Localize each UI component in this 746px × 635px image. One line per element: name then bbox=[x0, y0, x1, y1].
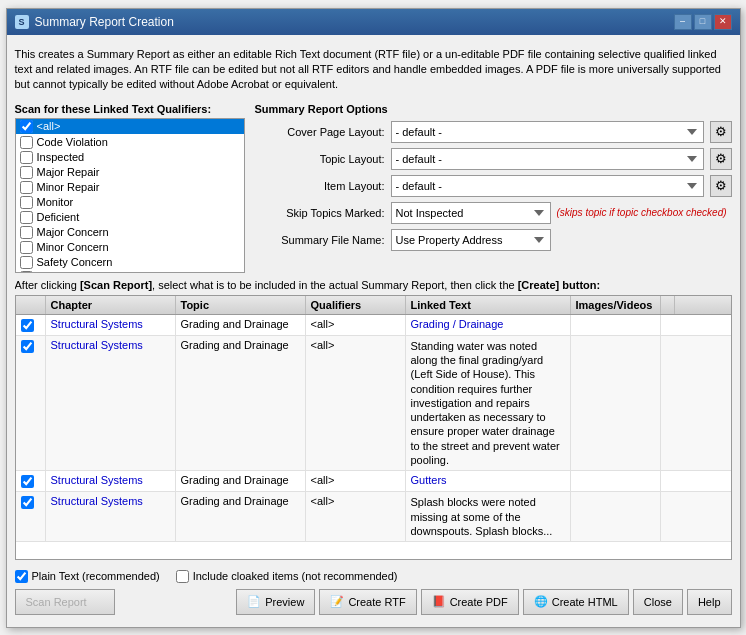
row-images bbox=[571, 492, 661, 541]
row-qualifiers: <all> bbox=[306, 492, 406, 541]
summary-file-name-row: Summary File Name: Use Property Address bbox=[255, 229, 732, 251]
list-item[interactable]: Minor Repair bbox=[18, 180, 242, 195]
list-item[interactable]: Major Repair bbox=[18, 165, 242, 180]
plain-text-label: Plain Text (recommended) bbox=[32, 570, 160, 582]
window-close-button[interactable]: ✕ bbox=[714, 14, 732, 30]
table-body[interactable]: Structural Systems Grading and Drainage … bbox=[16, 315, 731, 559]
create-html-button[interactable]: 🌐 Create HTML bbox=[523, 589, 629, 615]
qualifier-checkbox[interactable] bbox=[20, 211, 33, 224]
cover-page-label: Cover Page Layout: bbox=[255, 126, 385, 138]
main-window: S Summary Report Creation – □ ✕ This cre… bbox=[6, 8, 741, 628]
qualifier-checkbox[interactable] bbox=[20, 271, 33, 273]
maximize-button[interactable]: □ bbox=[694, 14, 712, 30]
qualifier-checkbox[interactable] bbox=[20, 136, 33, 149]
list-item[interactable]: Major Concern bbox=[18, 225, 242, 240]
include-cloaked-option[interactable]: Include cloaked items (not recommended) bbox=[176, 570, 398, 583]
row-chapter: Structural Systems bbox=[46, 471, 176, 491]
row-checkbox[interactable] bbox=[21, 475, 34, 488]
bottom-buttons: Scan Report 📄 Preview 📝 Create RTF 📕 Cre… bbox=[15, 589, 732, 615]
preview-icon: 📄 bbox=[247, 595, 261, 608]
row-checkbox-cell[interactable] bbox=[16, 315, 46, 335]
col-header-chapter: Chapter bbox=[46, 296, 176, 314]
cover-page-gear-button[interactable]: ⚙ bbox=[710, 121, 732, 143]
include-cloaked-label: Include cloaked items (not recommended) bbox=[193, 570, 398, 582]
list-item[interactable]: Minor Concern bbox=[18, 240, 242, 255]
create-rtf-button[interactable]: 📝 Create RTF bbox=[319, 589, 416, 615]
preview-button[interactable]: 📄 Preview bbox=[236, 589, 315, 615]
table-instruction: After clicking [Scan Report], select wha… bbox=[15, 279, 732, 291]
row-linked-text: Splash blocks were noted missing at some… bbox=[406, 492, 571, 541]
topic-layout-select[interactable]: - default - bbox=[391, 148, 704, 170]
include-cloaked-checkbox[interactable] bbox=[176, 570, 189, 583]
row-topic: Grading and Drainage bbox=[176, 471, 306, 491]
list-item[interactable]: Inspected bbox=[18, 150, 242, 165]
qualifier-checkbox[interactable] bbox=[20, 226, 33, 239]
row-checkbox[interactable] bbox=[21, 340, 34, 353]
qualifier-label: Code Violation bbox=[37, 136, 108, 148]
qualifier-all-checkbox[interactable] bbox=[20, 120, 33, 133]
col-header-scroll bbox=[661, 296, 675, 314]
row-images bbox=[571, 315, 661, 335]
qualifier-label: Inspected bbox=[37, 151, 85, 163]
help-button[interactable]: Help bbox=[687, 589, 732, 615]
create-pdf-button[interactable]: 📕 Create PDF bbox=[421, 589, 519, 615]
row-qualifiers: <all> bbox=[306, 315, 406, 335]
qualifier-label: Major Repair bbox=[37, 166, 100, 178]
qualifier-label: Deficient bbox=[37, 211, 80, 223]
close-button[interactable]: Close bbox=[633, 589, 683, 615]
qualifiers-list[interactable]: <all> Code Violation Inspected Major Rep… bbox=[15, 118, 245, 273]
plain-text-checkbox[interactable] bbox=[15, 570, 28, 583]
window-icon: S bbox=[15, 15, 29, 29]
item-layout-row: Item Layout: - default - ⚙ bbox=[255, 175, 732, 197]
table-row: Structural Systems Grading and Drainage … bbox=[16, 492, 731, 542]
row-checkbox[interactable] bbox=[21, 496, 34, 509]
list-item[interactable]: Deficient bbox=[18, 210, 242, 225]
cover-page-select[interactable]: - default - bbox=[391, 121, 704, 143]
preview-label: Preview bbox=[265, 596, 304, 608]
qualifier-label: Major Concern bbox=[37, 226, 109, 238]
row-checkbox-cell[interactable] bbox=[16, 471, 46, 491]
col-header-qualifiers: Qualifiers bbox=[306, 296, 406, 314]
row-checkbox-cell[interactable] bbox=[16, 492, 46, 541]
qualifier-label: Minor Repair bbox=[37, 181, 100, 193]
title-bar-controls: – □ ✕ bbox=[674, 14, 732, 30]
item-layout-select[interactable]: - default - bbox=[391, 175, 704, 197]
list-item[interactable]: Immediate Repair bbox=[18, 270, 242, 273]
create-rtf-icon: 📝 bbox=[330, 595, 344, 608]
create-rtf-label: Create RTF bbox=[348, 596, 405, 608]
qualifier-checkbox[interactable] bbox=[20, 241, 33, 254]
left-panel: Scan for these Linked Text Qualifiers: <… bbox=[15, 103, 245, 273]
scan-report-button[interactable]: Scan Report bbox=[15, 589, 115, 615]
qualifier-checkbox[interactable] bbox=[20, 256, 33, 269]
summary-file-name-select[interactable]: Use Property Address bbox=[391, 229, 551, 251]
table-row: Structural Systems Grading and Drainage … bbox=[16, 471, 731, 492]
qualifier-checkbox[interactable] bbox=[20, 166, 33, 179]
list-item[interactable]: Monitor bbox=[18, 195, 242, 210]
topic-layout-gear-button[interactable]: ⚙ bbox=[710, 148, 732, 170]
minimize-button[interactable]: – bbox=[674, 14, 692, 30]
list-item[interactable]: Code Violation bbox=[18, 135, 242, 150]
qualifier-checkbox[interactable] bbox=[20, 181, 33, 194]
row-qualifiers: <all> bbox=[306, 336, 406, 471]
item-layout-gear-button[interactable]: ⚙ bbox=[710, 175, 732, 197]
qualifier-checkbox[interactable] bbox=[20, 196, 33, 209]
qualifier-label: Safety Concern bbox=[37, 256, 113, 268]
row-checkbox[interactable] bbox=[21, 319, 34, 332]
row-checkbox-cell[interactable] bbox=[16, 336, 46, 471]
qualifier-all[interactable]: <all> bbox=[16, 119, 244, 134]
content-area: This creates a Summary Report as either … bbox=[7, 35, 740, 627]
row-qualifiers: <all> bbox=[306, 471, 406, 491]
create-html-icon: 🌐 bbox=[534, 595, 548, 608]
summary-file-name-label: Summary File Name: bbox=[255, 234, 385, 246]
main-panels: Scan for these Linked Text Qualifiers: <… bbox=[15, 103, 732, 273]
plain-text-option[interactable]: Plain Text (recommended) bbox=[15, 570, 160, 583]
table-header: Chapter Topic Qualifiers Linked Text Ima… bbox=[16, 296, 731, 315]
list-item[interactable]: Safety Concern bbox=[18, 255, 242, 270]
row-chapter: Structural Systems bbox=[46, 336, 176, 471]
data-table: Chapter Topic Qualifiers Linked Text Ima… bbox=[15, 295, 732, 560]
qualifier-checkbox[interactable] bbox=[20, 151, 33, 164]
skip-topics-select[interactable]: Not Inspected bbox=[391, 202, 551, 224]
title-bar-left: S Summary Report Creation bbox=[15, 15, 174, 29]
qualifier-all-label: <all> bbox=[37, 120, 61, 132]
row-images bbox=[571, 336, 661, 471]
